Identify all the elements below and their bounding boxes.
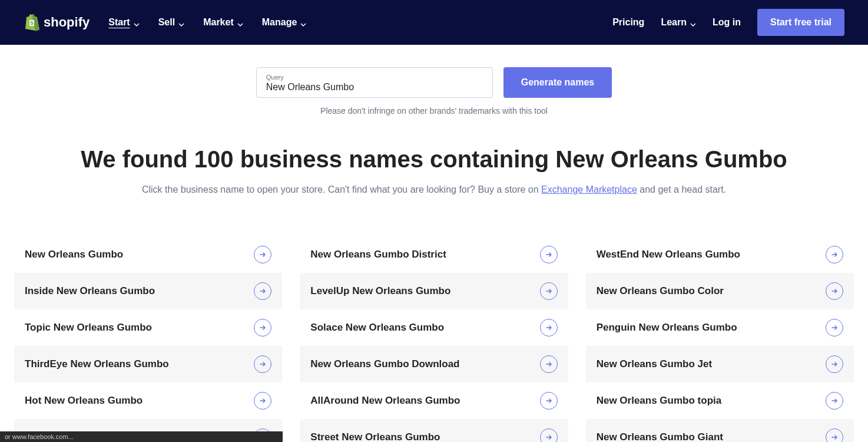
result-name: New Orleans Gumbo Jet	[597, 358, 713, 370]
chevron-down-icon	[178, 19, 184, 25]
result-item[interactable]: New Orleans Gumbo District	[300, 236, 568, 273]
header-left: S shopify StartSellMarketManage	[24, 14, 306, 31]
result-name: New Orleans Gumbo Download	[310, 358, 459, 370]
result-name: New Orleans Gumbo District	[310, 249, 446, 260]
learn-dropdown[interactable]: Learn	[661, 17, 696, 28]
start-free-trial-button[interactable]: Start free trial	[757, 9, 844, 36]
result-name: ThirdEye New Orleans Gumbo	[25, 358, 169, 370]
result-name: Street New Orleans Gumbo	[310, 431, 440, 442]
result-name: AllAround New Orleans Gumbo	[310, 395, 460, 407]
results-grid: New Orleans GumboNew Orleans Gumbo Distr…	[0, 236, 868, 442]
result-item[interactable]: New Orleans Gumbo Giant	[586, 419, 854, 442]
arrow-right-icon	[254, 355, 271, 373]
svg-text:S: S	[30, 20, 34, 26]
query-input-wrap[interactable]: Query	[256, 67, 493, 98]
arrow-right-icon	[540, 355, 558, 373]
result-item[interactable]: LevelUp New Orleans Gumbo	[300, 273, 568, 309]
brand-text: shopify	[44, 15, 90, 30]
chevron-down-icon	[690, 19, 696, 25]
chevron-down-icon	[134, 19, 140, 25]
result-item[interactable]: Inside New Orleans Gumbo	[14, 273, 282, 309]
arrow-right-icon	[826, 319, 843, 337]
arrow-right-icon	[826, 246, 843, 263]
shopify-bag-icon: S	[24, 14, 40, 31]
result-name: Solace New Orleans Gumbo	[310, 322, 444, 334]
generate-names-button[interactable]: Generate names	[503, 67, 612, 98]
nav-item-sell[interactable]: Sell	[158, 17, 184, 28]
arrow-right-icon	[826, 282, 843, 300]
result-item[interactable]: New Orleans Gumbo Color	[586, 273, 854, 309]
shopify-logo[interactable]: S shopify	[24, 14, 90, 31]
result-item[interactable]: Topic New Orleans Gumbo	[14, 309, 282, 346]
arrow-right-icon	[540, 428, 558, 442]
chevron-down-icon	[237, 19, 243, 25]
arrow-right-icon	[826, 428, 843, 442]
arrow-right-icon	[254, 282, 271, 300]
result-name: New Orleans Gumbo Giant	[597, 431, 723, 442]
arrow-right-icon	[826, 392, 843, 410]
pricing-link[interactable]: Pricing	[612, 17, 644, 28]
result-item[interactable]: New Orleans Gumbo Jet	[586, 346, 854, 382]
main-nav: StartSellMarketManage	[108, 17, 306, 28]
arrow-right-icon	[540, 392, 558, 410]
results-headline: We found 100 business names containing N…	[0, 146, 868, 173]
query-input[interactable]	[266, 82, 483, 93]
arrow-right-icon	[540, 246, 558, 263]
result-name: New Orleans Gumbo topia	[597, 395, 722, 407]
result-item[interactable]: ThirdEye New Orleans Gumbo	[14, 346, 282, 382]
result-item[interactable]: Hot New Orleans Gumbo	[14, 382, 282, 419]
result-name: New Orleans Gumbo Color	[597, 285, 724, 297]
arrow-right-icon	[254, 319, 271, 337]
result-name: Penguin New Orleans Gumbo	[597, 322, 737, 334]
result-name: Hot New Orleans Gumbo	[25, 395, 143, 407]
arrow-right-icon	[254, 392, 271, 410]
result-item[interactable]: Solace New Orleans Gumbo	[300, 309, 568, 346]
nav-item-market[interactable]: Market	[203, 17, 243, 28]
header-right: Pricing Learn Log in Start free trial	[612, 9, 844, 36]
login-link[interactable]: Log in	[713, 17, 741, 28]
result-name: Topic New Orleans Gumbo	[25, 322, 152, 334]
arrow-right-icon	[254, 246, 271, 263]
nav-item-manage[interactable]: Manage	[262, 17, 307, 28]
result-name: Inside New Orleans Gumbo	[25, 285, 155, 297]
trademark-disclaimer: Please don't infringe on other brands' t…	[0, 106, 868, 116]
arrow-right-icon	[826, 355, 843, 373]
results-subline: Click the business name to open your sto…	[0, 184, 868, 195]
result-item[interactable]: New Orleans Gumbo topia	[586, 382, 854, 419]
result-item[interactable]: New Orleans Gumbo	[14, 236, 282, 273]
search-area: Query Generate names	[0, 67, 868, 98]
arrow-right-icon	[540, 319, 558, 337]
chevron-down-icon	[300, 19, 306, 25]
result-item[interactable]: New Orleans Gumbo Download	[300, 346, 568, 382]
result-item[interactable]: Street New Orleans Gumbo	[300, 419, 568, 442]
browser-statusbar: or www.facebook.com...	[0, 431, 283, 442]
nav-item-start[interactable]: Start	[108, 17, 139, 28]
result-item[interactable]: WestEnd New Orleans Gumbo	[586, 236, 854, 273]
result-name: WestEnd New Orleans Gumbo	[597, 249, 740, 260]
result-item[interactable]: AllAround New Orleans Gumbo	[300, 382, 568, 419]
arrow-right-icon	[540, 282, 558, 300]
exchange-marketplace-link[interactable]: Exchange Marketplace	[541, 184, 637, 194]
result-name: New Orleans Gumbo	[25, 249, 123, 260]
top-nav: S shopify StartSellMarketManage Pricing …	[0, 0, 868, 45]
result-item[interactable]: Penguin New Orleans Gumbo	[586, 309, 854, 346]
result-name: LevelUp New Orleans Gumbo	[310, 285, 450, 297]
query-label: Query	[266, 74, 483, 81]
